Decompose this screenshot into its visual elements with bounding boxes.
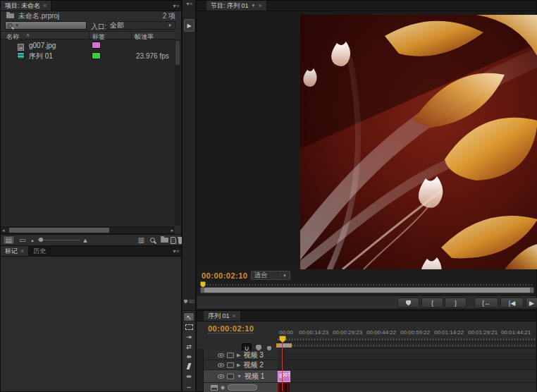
transport-controls: { } {← |◀ ▶ [197, 295, 536, 309]
close-icon[interactable]: × [20, 247, 24, 255]
label-swatch-green[interactable] [92, 52, 101, 59]
toggle-track-output-icon[interactable] [218, 363, 224, 367]
play-button[interactable]: ▶ [526, 298, 537, 308]
list-view-button[interactable]: ▤ [3, 235, 15, 245]
expand-panel-button[interactable]: ▶ [184, 19, 195, 32]
project-file-name: 未命名.prproj [18, 11, 59, 21]
rolling-edit-tool[interactable]: ⇄ [183, 342, 195, 351]
still-image-icon [18, 44, 24, 51]
panel-menu-icon[interactable]: ▼≡ [185, 1, 192, 6]
track-content[interactable] [278, 350, 536, 360]
ruler-tick: 00:00:59:22 [400, 329, 430, 336]
scrollbar-thumb[interactable] [9, 228, 109, 233]
tab-history-label: 历史 [33, 247, 46, 256]
track-lock-icon[interactable] [227, 374, 234, 379]
column-divider[interactable] [131, 32, 132, 39]
zoom-slider[interactable] [37, 240, 80, 240]
project-toolbar: ▤ ▭ ▴ ▲ ▥ [1, 234, 181, 245]
label-swatch-magenta[interactable] [92, 42, 101, 49]
timeline-timecode[interactable]: 00:00:02:10 [208, 324, 254, 333]
track-header[interactable]: ▼ 视频 1 [204, 370, 278, 383]
tab-sequence-label: 序列 01 [208, 312, 230, 321]
track-video-1: ▼ 视频 1 [197, 370, 536, 383]
work-area-strip[interactable] [278, 343, 536, 348]
ripple-edit-tool[interactable]: ⇥ [183, 332, 195, 341]
work-area-bar[interactable] [276, 343, 292, 348]
panel-menu-icon[interactable]: ▼≡ [172, 4, 178, 8]
new-bin-button[interactable] [159, 235, 169, 245]
entry-filter-select[interactable]: 全部 ▼ [106, 21, 175, 30]
close-icon[interactable]: × [258, 2, 261, 9]
step-back-button[interactable]: |◀ [500, 298, 524, 308]
toggle-track-output-icon[interactable] [218, 374, 224, 379]
chevron-down-icon[interactable]: ▼ [15, 23, 19, 27]
markers-history-panel: 标记 × 历史 ▼≡ [0, 245, 182, 392]
track-lock-icon[interactable] [227, 353, 234, 358]
markers-panel-content [1, 257, 181, 391]
expand-icon[interactable]: ▼ [237, 374, 242, 379]
program-scrubber[interactable] [200, 281, 533, 286]
tab-sequence-01[interactable]: 序列 01 × [204, 311, 241, 321]
tab-project[interactable]: 项目: 未命名 × [1, 1, 51, 11]
timeline-ruler[interactable]: 00:00 00:00:14:23 00:00:29:23 00:00:44:2… [278, 326, 536, 342]
column-divider[interactable] [89, 32, 90, 39]
scrubber-ticks [207, 284, 533, 286]
tab-program[interactable]: 节目: 序列 01 ▼ × [206, 1, 267, 11]
find-button[interactable] [148, 235, 157, 245]
tab-history[interactable]: 历史 [29, 246, 51, 256]
track-select-tool[interactable] [183, 322, 195, 331]
mark-out-button[interactable]: } [445, 298, 467, 308]
set-display-style-icon[interactable] [211, 385, 218, 391]
tab-markers[interactable]: 标记 × [1, 246, 29, 256]
program-zoom-scrollbar[interactable] [200, 287, 534, 293]
show-keyframes-icon[interactable]: ◆ [221, 384, 225, 391]
scroll-right-icon[interactable]: ▸ [171, 227, 173, 233]
ruler-tick: 00:00:44:22 [366, 329, 396, 336]
table-row[interactable]: g007.jpg [1, 40, 175, 51]
track-content[interactable] [278, 360, 536, 370]
scroll-left-icon[interactable]: ◂ [2, 227, 5, 233]
zoom-slider-thumb[interactable] [39, 238, 43, 242]
zoom-level-select[interactable]: 适合 ▼ [251, 271, 290, 280]
close-icon[interactable]: × [43, 2, 47, 9]
ruler-tick: 00:01:29:21 [468, 329, 498, 336]
track-content[interactable] [278, 370, 536, 383]
close-icon[interactable]: × [233, 312, 236, 319]
panel-menu-icon[interactable]: ▼≡ [172, 249, 178, 254]
scrollbar-thumb[interactable] [175, 41, 180, 65]
program-controls: 00:00:02:10 适合 ▼ [197, 269, 536, 281]
rate-stretch-tool[interactable]: ⇻ [183, 352, 195, 361]
program-timecode[interactable]: 00:00:02:10 [202, 271, 247, 280]
search-input[interactable]: ▼ [5, 21, 87, 30]
selection-tool[interactable]: ↖ [183, 312, 195, 321]
collapse-icon[interactable]: ▶ [237, 362, 240, 368]
ruler-tick: 00:00 [279, 329, 293, 336]
item-frame-rate: 23.976 fps [136, 52, 169, 60]
add-marker-button[interactable] [397, 298, 419, 308]
collapse-icon[interactable]: ▶ [237, 353, 240, 358]
slide-tool[interactable]: ↔ [183, 381, 195, 391]
icon-view-button[interactable]: ▭ [18, 235, 27, 245]
track-lock-icon[interactable] [227, 362, 234, 368]
mark-in-button[interactable]: { [421, 298, 443, 308]
horizontal-scrollbar[interactable]: ◂ ▸ [1, 226, 175, 234]
go-to-in-button[interactable]: {← [474, 298, 498, 308]
open-folder-icon [6, 13, 14, 18]
razor-tool[interactable] [183, 362, 195, 371]
timeline-panel: 序列 01 × 00:00:02:10 ∪ 00:00 00:00:14:23 … [196, 310, 537, 392]
automate-to-sequence-button[interactable]: ▥ [137, 235, 146, 245]
track-header-slider[interactable] [228, 384, 257, 391]
flower-artwork [300, 15, 537, 269]
project-column-headers: 名称 ∧ 标签 帧速率 [1, 31, 175, 39]
track-content[interactable] [278, 383, 536, 392]
track-header[interactable]: ▶ 视频 3 [204, 350, 278, 360]
playhead-line[interactable] [282, 342, 283, 391]
table-row[interactable]: 序列 01 23.976 fps [1, 51, 175, 61]
toggle-track-output-icon[interactable] [218, 353, 224, 357]
track-header[interactable]: ▶ 视频 2 [204, 360, 278, 370]
chevron-down-icon[interactable]: ▼ [252, 4, 256, 8]
slip-tool[interactable]: ⇹ [183, 372, 195, 381]
vertical-scrollbar[interactable] [175, 39, 180, 226]
clip-thumbnail[interactable] [278, 383, 290, 392]
timeline-clip[interactable]: g007.jpg [278, 371, 290, 382]
